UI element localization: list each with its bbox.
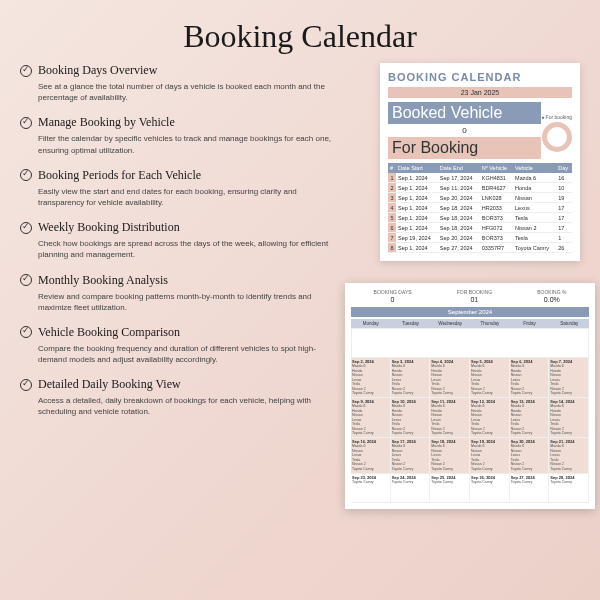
- calendar-cell: Sep 13, 2024Mazda 6HondaNissanLexusTesla…: [510, 398, 550, 437]
- for-booking-value: [388, 159, 541, 163]
- sheet-title: BOOKING CALENDAR: [388, 71, 572, 83]
- calendar-cell: Sep 27, 2024Toyota Camry: [510, 474, 550, 502]
- table-row: 3Sep 1, 2024Sep 20, 2024LNK028Nissan19: [388, 193, 572, 203]
- table-header: #: [388, 163, 396, 173]
- check-icon: [20, 65, 32, 77]
- calendar-cell: Sep 9, 2024Mazda 6HondaNissanLexusTeslaN…: [351, 398, 391, 437]
- calendar-week: Sep 16, 2024Mazda 6NissanLexusTeslaNissa…: [351, 438, 589, 473]
- page-title: Booking Calendar: [0, 0, 600, 63]
- table-header: Day: [556, 163, 572, 173]
- table-header: Date End: [438, 163, 480, 173]
- calendar-cell: Sep 7, 2024Mazda 6HondaNissanLexusTeslaN…: [549, 358, 589, 397]
- feature-desc: Easily view the start and end dates for …: [20, 186, 335, 208]
- day-header: Tuesday: [391, 319, 431, 328]
- check-icon: [20, 326, 32, 338]
- calendar-cell: Sep 2, 2024Mazda 6HondaNissanLexusTeslaN…: [351, 358, 391, 397]
- feature-desc: Compare the booking frequency and durati…: [20, 343, 335, 365]
- stat-box: BOOKING %0.0%: [537, 289, 566, 303]
- calendar-cell: Sep 11, 2024Mazda 6HondaNissanLexusTesla…: [430, 398, 470, 437]
- calendar-cell: Sep 23, 2024Toyota Camry: [351, 474, 391, 502]
- feature-title: Detailed Daily Booking View: [38, 377, 181, 392]
- calendar-cell: Sep 18, 2024Mazda 6NissanLexusTeslaNissa…: [430, 438, 470, 472]
- month-header: September 2024: [351, 307, 589, 317]
- feature-desc: See at a glance the total number of days…: [20, 81, 335, 103]
- check-icon: [20, 169, 32, 181]
- preview-sheet-top: BOOKING CALENDAR 23 Jan 2025 Booked Vehi…: [380, 63, 580, 261]
- calendar-cell: Sep 6, 2024Mazda 6HondaNissanLexusTeslaN…: [510, 358, 550, 397]
- feature-title: Vehicle Booking Comparison: [38, 325, 180, 340]
- booking-table: #Date StartDate EndNº VehicleVehicleDay …: [388, 163, 572, 253]
- table-header: Date Start: [396, 163, 438, 173]
- calendar-cell: Sep 21, 2024Mazda 6NissanLexusTeslaNissa…: [549, 438, 589, 472]
- feature-title: Manage Booking by Vehicle: [38, 115, 175, 130]
- table-header: Vehicle: [513, 163, 556, 173]
- feature-desc: Filter the calendar by specific vehicles…: [20, 133, 335, 155]
- feature-desc: Access a detailed, daily breakdown of bo…: [20, 395, 335, 417]
- feature-item: Vehicle Booking ComparisonCompare the bo…: [20, 325, 335, 365]
- feature-item: Monthly Booking AnalysisReview and compa…: [20, 273, 335, 313]
- calendar-cell: Sep 10, 2024Mazda 6HondaNissanLexusTesla…: [391, 398, 431, 437]
- feature-title: Monthly Booking Analysis: [38, 273, 168, 288]
- table-row: 1Sep 1, 2024Sep 17, 2024KGH4831Mazda 616: [388, 173, 572, 183]
- check-icon: [20, 274, 32, 286]
- feature-item: Booking Periods for Each VehicleEasily v…: [20, 168, 335, 208]
- stat-box: FOR BOOKING01: [457, 289, 492, 303]
- feature-desc: Check how bookings are spread across the…: [20, 238, 335, 260]
- day-header: Thursday: [470, 319, 510, 328]
- date-bar: 23 Jan 2025: [388, 87, 572, 98]
- calendar-cell: Sep 14, 2024Mazda 6HondaNissanLexusTesla…: [549, 398, 589, 437]
- table-header: Nº Vehicle: [480, 163, 513, 173]
- feature-title: Booking Days Overview: [38, 63, 157, 78]
- stat-box: BOOKING DAYS0: [374, 289, 412, 303]
- table-row: 2Sep 1, 2024Sep 11, 2024BDR4627Honda10: [388, 183, 572, 193]
- calendar-cell: Sep 20, 2024Mazda 6NissanLexusTeslaNissa…: [510, 438, 550, 472]
- feature-item: Weekly Booking DistributionCheck how boo…: [20, 220, 335, 260]
- booked-label: Booked Vehicle: [388, 102, 541, 124]
- table-row: 5Sep 1, 2024Sep 18, 2024BOR373Tesla17: [388, 213, 572, 223]
- calendar-cell: Sep 24, 2024Toyota Camry: [391, 474, 431, 502]
- table-row: 6Sep 1, 2024Sep 18, 2024HFG072Nissan 217: [388, 223, 572, 233]
- calendar-cell: Sep 17, 2024Mazda 6NissanLexusTeslaNissa…: [391, 438, 431, 472]
- check-icon: [20, 117, 32, 129]
- table-row: 4Sep 1, 2024Sep 18, 2024HR2033Lexus17: [388, 203, 572, 213]
- feature-item: Booking Days OverviewSee at a glance the…: [20, 63, 335, 103]
- feature-list: Booking Days OverviewSee at a glance the…: [20, 63, 345, 430]
- table-row: 8Sep 1, 2024Sep 27, 202403357R7Toyota Ca…: [388, 243, 572, 253]
- calendar-cell: Sep 26, 2024Toyota Camry: [470, 474, 510, 502]
- calendar-cell: Sep 19, 2024Mazda 6NissanLexusTeslaNissa…: [470, 438, 510, 472]
- legend-label: For booking: [546, 114, 572, 120]
- feature-item: Manage Booking by VehicleFilter the cale…: [20, 115, 335, 155]
- feature-title: Booking Periods for Each Vehicle: [38, 168, 201, 183]
- day-header: Friday: [510, 319, 550, 328]
- calendar-cell: Sep 4, 2024Mazda 6HondaNissanLexusTeslaN…: [430, 358, 470, 397]
- feature-desc: Review and compare booking patterns mont…: [20, 291, 335, 313]
- booked-value: 0: [388, 124, 541, 137]
- calendar-week: Sep 9, 2024Mazda 6HondaNissanLexusTeslaN…: [351, 398, 589, 438]
- check-icon: [20, 379, 32, 391]
- calendar-cell: Sep 16, 2024Mazda 6NissanLexusTeslaNissa…: [351, 438, 391, 472]
- donut-chart-icon: [542, 122, 572, 152]
- calendar-cell: Sep 25, 2024Toyota Camry: [430, 474, 470, 502]
- preview-sheet-bottom: BOOKING DAYS0FOR BOOKING01BOOKING %0.0% …: [345, 283, 595, 509]
- calendar-week: Sep 2, 2024Mazda 6HondaNissanLexusTeslaN…: [351, 358, 589, 398]
- for-booking-label: For Booking: [388, 137, 541, 159]
- day-header: Saturday: [549, 319, 589, 328]
- table-row: 7Sep 19, 2024Sep 20, 2024BOR373Tesla1: [388, 233, 572, 243]
- calendar-cell: Sep 5, 2024Mazda 6HondaNissanLexusTeslaN…: [470, 358, 510, 397]
- calendar-cell: Sep 28, 2024Toyota Camry: [549, 474, 589, 502]
- day-header: Wednesday: [430, 319, 470, 328]
- feature-title: Weekly Booking Distribution: [38, 220, 180, 235]
- feature-item: Detailed Daily Booking ViewAccess a deta…: [20, 377, 335, 417]
- calendar-cell: Sep 3, 2024Mazda 6HondaNissanLexusTeslaN…: [391, 358, 431, 397]
- check-icon: [20, 222, 32, 234]
- calendar-cell: Sep 12, 2024Mazda 6HondaNissanLexusTesla…: [470, 398, 510, 437]
- calendar-week: Sep 23, 2024Toyota CamrySep 24, 2024Toyo…: [351, 474, 589, 503]
- day-header: Monday: [351, 319, 391, 328]
